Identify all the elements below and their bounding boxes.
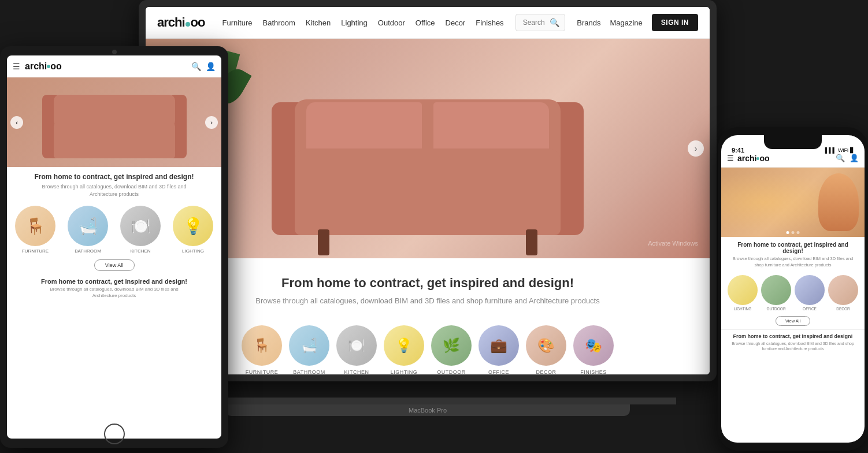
tablet-user-icon[interactable]: 👤 [206, 62, 216, 71]
cat-office[interactable]: 💼 OFFICE [478, 325, 519, 374]
tablet-cat-label-lighting: LIGHTING [182, 248, 204, 254]
nav-kitchen[interactable]: Kitchen [306, 18, 331, 27]
hero-sofa [260, 62, 595, 258]
laptop-screen-inner: archioo Furniture Bathroom Kitchen Light… [146, 7, 710, 374]
cat-label-outdoor: OUTDOOR [437, 369, 466, 374]
cat-label-bathroom: BATHROOM [293, 369, 325, 374]
cat-circle-lighting: 💡 [384, 325, 424, 366]
finishes-icon: 🎭 [573, 325, 614, 366]
hero-section: › Activate Windows [146, 39, 710, 258]
hero-dots [787, 231, 800, 234]
sign-in-button[interactable]: SIGN IN [652, 14, 698, 31]
phone-cat-outdoor[interactable]: OUTDOOR [761, 275, 791, 311]
search-icon: 🔍 [550, 18, 559, 27]
tablet-view-all-button[interactable]: View All [94, 259, 135, 271]
cat-circle-furniture: 🪑 [242, 325, 282, 366]
nav-magazine[interactable]: Magazine [610, 18, 642, 27]
sofa-body [295, 148, 561, 235]
cat-label-decor: DECOR [536, 369, 556, 374]
nav-finishes[interactable]: Finishes [476, 18, 503, 27]
lighting-icon: 💡 [384, 325, 424, 366]
cat-circle-office: 💼 [478, 325, 519, 366]
phone-cat-circle-outdoor [761, 275, 791, 305]
hero-background: › Activate Windows [146, 39, 710, 258]
cat-circle-finishes: 🎭 [573, 325, 614, 366]
nav-outdoor[interactable]: Outdoor [378, 18, 405, 27]
tablet-cat-circle-kitchen: 🍽️ [120, 206, 161, 246]
cat-label-lighting: LIGHTING [391, 369, 418, 374]
tablet-search-icon[interactable]: 🔍 [191, 62, 201, 71]
cat-label-finishes: FINISHES [580, 369, 607, 374]
tablet-cat-bathroom[interactable]: 🛁 BATHROOM [68, 206, 108, 254]
bathroom-icon: 🛁 [289, 325, 329, 366]
cat-bathroom[interactable]: 🛁 BATHROOM [289, 325, 329, 374]
tablet-categories: 🪑 FURNITURE 🛁 BATHROOM 🍽️ KITCHEN [7, 202, 221, 257]
tablet-screen: ☰ archioo 🔍 👤 ‹ › From h [7, 55, 221, 439]
cat-furniture[interactable]: 🪑 FURNITURE [242, 325, 282, 374]
cat-circle-kitchen: 🍽️ [336, 325, 377, 366]
cat-decor[interactable]: 🎨 DECOR [526, 325, 566, 374]
hero-dot-2 [792, 231, 795, 234]
cat-finishes[interactable]: 🎭 FINISHES [573, 325, 614, 374]
phone-battery-icon: ▊ [850, 147, 854, 153]
phone-cat-lighting[interactable]: LIGHTING [728, 275, 758, 311]
nav-decor[interactable]: Decor [446, 18, 466, 27]
site-header: archioo Furniture Bathroom Kitchen Light… [146, 7, 710, 39]
laptop-hinge [179, 398, 676, 404]
nav-furniture[interactable]: Furniture [222, 18, 252, 27]
tablet-cat-circle-furniture: 🪑 [15, 206, 55, 246]
tablet-menu-icon[interactable]: ☰ [13, 62, 20, 71]
tablet-cat-furniture[interactable]: 🪑 FURNITURE [15, 206, 55, 254]
phone-signal-icon: ▌▌▌ [825, 147, 836, 153]
cat-outdoor[interactable]: 🌿 OUTDOOR [431, 325, 472, 374]
phone-section: From home to contract, get inspired and … [721, 237, 865, 272]
tablet-sofa-body [54, 121, 175, 158]
sofa-leg-front-left [318, 229, 329, 255]
tablet-section2-subtitle: Browse through all catalogues, download … [15, 287, 213, 299]
logo-text-1: archi [157, 15, 185, 29]
phone-hero-person [818, 173, 859, 231]
section-info: From home to contract, get inspired and … [146, 258, 710, 317]
outdoor-icon: 🌿 [431, 325, 472, 366]
decor-icon: 🎨 [526, 325, 566, 366]
tablet-cat-lighting[interactable]: 💡 LIGHTING [173, 206, 213, 254]
phone-cat-label-lighting: LIGHTING [734, 307, 752, 311]
cat-lighting[interactable]: 💡 LIGHTING [384, 325, 424, 374]
tablet-header-icons: 🔍 👤 [191, 62, 216, 71]
kitchen-icon: 🍽️ [336, 325, 377, 366]
logo-text-2: oo [191, 15, 205, 29]
phone-cat-circle-office [795, 275, 825, 305]
logo-dot [186, 22, 190, 27]
phone-section2: From home to contract, get inspired and … [721, 329, 865, 355]
tablet-sofa [39, 92, 190, 167]
tablet-section: From home to contract, get inspired and … [7, 167, 221, 202]
tablet-cat-label-bathroom: BATHROOM [75, 248, 101, 254]
phone-section2-title: From home to contract, get inspired and … [728, 333, 858, 339]
tablet-next-button[interactable]: › [205, 116, 218, 129]
tablet-kitchen-icon: 🍽️ [120, 206, 161, 246]
phone-cat-decor[interactable]: DECOR [828, 275, 858, 311]
tablet-prev-button[interactable]: ‹ [10, 116, 23, 129]
phone-cat-circle-decor [828, 275, 858, 305]
cat-circle-outdoor: 🌿 [431, 325, 472, 366]
phone-cat-office[interactable]: OFFICE [795, 275, 825, 311]
nav-lighting[interactable]: Lighting [341, 18, 368, 27]
phone-categories: LIGHTING OUTDOOR OFFICE DECOR [721, 272, 865, 314]
tablet-camera [112, 50, 117, 54]
phone-section2-subtitle: Browse through all catalogues, download … [728, 341, 858, 351]
site-nav: Furniture Bathroom Kitchen Lighting Outd… [222, 18, 503, 27]
phone-section-title: From home to contract, get inspired and … [728, 242, 858, 254]
nav-office[interactable]: Office [416, 18, 435, 27]
nav-bathroom[interactable]: Bathroom [263, 18, 295, 27]
hero-next-button[interactable]: › [688, 140, 704, 157]
cat-label-office: OFFICE [488, 369, 509, 374]
tablet-header: ☰ archioo 🔍 👤 [7, 55, 221, 77]
nav-brands[interactable]: Brands [577, 18, 600, 27]
cat-kitchen[interactable]: 🍽️ KITCHEN [336, 325, 377, 374]
phone-cat-label-decor: DECOR [836, 307, 850, 311]
sofa-leg-front-right [526, 229, 537, 255]
office-icon: 💼 [478, 325, 519, 366]
tablet-cat-kitchen[interactable]: 🍽️ KITCHEN [120, 206, 161, 254]
tablet-home-button[interactable] [104, 424, 125, 444]
phone-view-all-button[interactable]: View All [776, 316, 810, 326]
